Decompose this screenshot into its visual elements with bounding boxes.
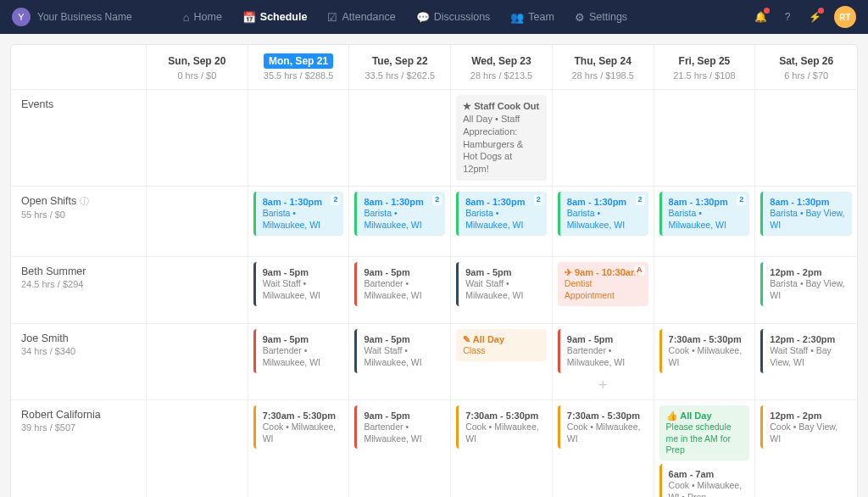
schedule-cell[interactable] — [147, 257, 248, 323]
nav-settings[interactable]: ⚙Settings — [566, 6, 636, 29]
nav-schedule[interactable]: 📅Schedule — [234, 6, 316, 29]
schedule-cell[interactable] — [147, 400, 248, 497]
open-shift[interactable]: 28am - 1:30pmBarista • Milwaukee, WI — [558, 192, 648, 236]
open-shift-cell[interactable]: 28am - 1:30pmBarista • Milwaukee, WI — [349, 187, 451, 256]
open-shift-cell[interactable]: 28am - 1:30pmBarista • Milwaukee, WI — [248, 187, 350, 256]
open-shift-cell[interactable]: 28am - 1:30pmBarista • Milwaukee, WI — [654, 187, 756, 256]
events-cell[interactable] — [248, 90, 350, 186]
day-meta: 21.5 hrs / $108 — [658, 70, 752, 81]
user-avatar[interactable]: RT — [834, 6, 856, 28]
shift-card[interactable]: 7:30am - 5:30pmCook • Milwaukee, WI — [659, 329, 750, 373]
events-row-header: Events — [11, 90, 147, 186]
shift-card[interactable]: A✈ 9am - 10:30amDentist Appointment — [558, 262, 648, 306]
person-row: Joe Smith34 hrs / $3409am - 5pmBartender… — [11, 324, 857, 400]
day-header-cell[interactable]: Tue, Sep 2233.5 hrs / $262.5 — [349, 45, 451, 89]
schedule-cell[interactable]: 9am - 5pmBartender • Milwaukee, WI+ — [553, 324, 654, 399]
shift-role: Dentist Appointment — [565, 278, 643, 301]
day-header-cell[interactable]: Sun, Sep 200 hrs / $0 — [147, 45, 248, 89]
schedule-cell[interactable]: 7:30am - 5:30pmCook • Milwaukee, WI — [654, 324, 756, 399]
day-meta: 35.5 hrs / $288.5 — [252, 70, 346, 81]
person-header[interactable]: Robert California39 hrs / $507 — [11, 400, 147, 497]
events-cell[interactable] — [755, 90, 857, 186]
person-name: Beth Summer — [21, 265, 136, 277]
shift-card[interactable]: 12pm - 2pmCook • Bay View, WI — [760, 405, 852, 450]
schedule-cell[interactable]: 7:30am - 5:30pmCook • Milwaukee, WI — [451, 400, 553, 497]
events-cell[interactable] — [147, 90, 248, 186]
day-header-cell[interactable]: Mon, Sep 2135.5 hrs / $288.5 — [248, 45, 350, 89]
day-meta: 6 hrs / $70 — [759, 70, 854, 81]
events-cell[interactable] — [654, 90, 756, 186]
schedule-cell[interactable]: 9am - 5pmBartender • Milwaukee, WI — [248, 324, 350, 399]
event-card[interactable]: ★ Staff Cook Out All Day • Staff Appreci… — [456, 95, 547, 181]
schedule-cell[interactable]: ✎ All DayClass — [451, 324, 553, 399]
shift-card[interactable]: 12pm - 2:30pmWait Staff • Bay View, WI — [760, 329, 852, 373]
open-shift[interactable]: 28am - 1:30pmBarista • Milwaukee, WI — [354, 192, 445, 236]
bolt-icon[interactable]: ⚡ — [804, 6, 826, 28]
nav-label: Settings — [589, 11, 627, 23]
shift-card[interactable]: 9am - 5pmBartender • Milwaukee, WI — [253, 329, 344, 373]
shift-card[interactable]: 9am - 5pmWait Staff • Milwaukee, WI — [354, 329, 445, 373]
events-cell[interactable]: ★ Staff Cook Out All Day • Staff Appreci… — [451, 90, 553, 186]
business-selector[interactable]: Y Your Business Name — [12, 8, 132, 26]
schedule-cell[interactable]: 9am - 5pmWait Staff • Milwaukee, WI — [349, 324, 451, 399]
events-cell[interactable] — [349, 90, 451, 186]
schedule-cell[interactable]: 9am - 5pmBartender • Milwaukee, WI — [349, 257, 451, 323]
shift-role: Bartender • Milwaukee, WI — [567, 345, 643, 368]
open-shift[interactable]: 8am - 1:30pmBarista • Bay View, WI — [760, 192, 852, 236]
day-header-cell[interactable]: Sat, Sep 266 hrs / $70 — [755, 45, 857, 89]
bell-icon[interactable]: 🔔 — [749, 6, 771, 28]
shift-time: 7:30am - 5:30pm — [263, 410, 339, 422]
help-icon[interactable]: ? — [776, 6, 798, 28]
schedule-cell[interactable]: 7:30am - 5:30pmCook • Milwaukee, WI — [553, 400, 654, 497]
day-header-cell[interactable]: Fri, Sep 2521.5 hrs / $108 — [654, 45, 756, 89]
person-header[interactable]: Joe Smith34 hrs / $340 — [11, 324, 147, 399]
open-shift[interactable]: 28am - 1:30pmBarista • Milwaukee, WI — [659, 192, 750, 236]
open-shift[interactable]: 28am - 1:30pmBarista • Milwaukee, WI — [456, 192, 547, 236]
shift-card[interactable]: 7:30am - 5:30pmCook • Milwaukee, WI — [558, 405, 648, 450]
day-meta: 28 hrs / $213.5 — [454, 70, 548, 81]
day-header-cell[interactable]: Thu, Sep 2428 hrs / $198.5 — [553, 45, 654, 89]
shift-card[interactable]: 12pm - 2pmBarista • Bay View, WI — [760, 262, 852, 306]
schedule-cell[interactable] — [147, 324, 248, 399]
open-shift-cell[interactable]: 8am - 1:30pmBarista • Bay View, WI — [755, 187, 857, 256]
business-avatar: Y — [12, 8, 31, 26]
add-shift-button[interactable]: + — [558, 377, 648, 394]
preference-card[interactable]: 👍 All DayPlease schedule me in the AM fo… — [659, 405, 750, 461]
shift-card[interactable]: ✎ All DayClass — [456, 329, 547, 361]
schedule-cell[interactable]: 👍 All DayPlease schedule me in the AM fo… — [654, 400, 756, 497]
schedule-cell[interactable] — [654, 257, 756, 323]
nav-discussions[interactable]: 💬Discussions — [408, 6, 499, 29]
nav-icon: ⚙ — [575, 11, 585, 24]
schedule-cell[interactable]: 12pm - 2pmCook • Bay View, WI — [755, 400, 857, 497]
schedule-cell[interactable]: 12pm - 2pmBarista • Bay View, WI — [755, 257, 857, 323]
day-header-cell[interactable]: Wed, Sep 2328 hrs / $213.5 — [451, 45, 553, 89]
shift-card[interactable]: 9am - 5pmBartender • Milwaukee, WI — [354, 405, 445, 450]
person-header[interactable]: Beth Summer24.5 hrs / $294 — [11, 257, 147, 323]
nav-team[interactable]: 👥Team — [502, 6, 563, 29]
shift-role: Class — [463, 345, 542, 357]
events-cell[interactable] — [553, 90, 654, 186]
shift-time: 8am - 1:30pm — [567, 196, 643, 208]
info-icon[interactable]: ⓘ — [80, 196, 89, 206]
topbar: Y Your Business Name ⌂Home📅Schedule☑Atte… — [0, 0, 868, 34]
schedule-cell[interactable]: 9am - 5pmWait Staff • Milwaukee, WI — [248, 257, 350, 323]
schedule-cell[interactable]: A✈ 9am - 10:30amDentist Appointment — [553, 257, 654, 323]
shift-card[interactable]: 9am - 5pmWait Staff • Milwaukee, WI — [456, 262, 547, 306]
open-shift-cell[interactable]: 28am - 1:30pmBarista • Milwaukee, WI — [451, 187, 553, 256]
schedule-cell[interactable]: 12pm - 2:30pmWait Staff • Bay View, WI — [755, 324, 857, 399]
nav-home[interactable]: ⌂Home — [175, 6, 231, 29]
shift-card[interactable]: 9am - 5pmBartender • Milwaukee, WI — [354, 262, 445, 306]
shift-card[interactable]: 9am - 5pmBartender • Milwaukee, WI — [558, 329, 648, 373]
nav-attendance[interactable]: ☑Attendance — [319, 6, 403, 29]
open-shift-cell[interactable] — [147, 187, 248, 256]
schedule-cell[interactable]: 9am - 5pmWait Staff • Milwaukee, WI — [451, 257, 553, 323]
main-nav: ⌂Home📅Schedule☑Attendance💬Discussions👥Te… — [175, 6, 636, 29]
open-shift-cell[interactable]: 28am - 1:30pmBarista • Milwaukee, WI — [553, 187, 654, 256]
open-shift[interactable]: 28am - 1:30pmBarista • Milwaukee, WI — [253, 192, 344, 236]
shift-card[interactable]: 7:30am - 5:30pmCook • Milwaukee, WI — [253, 405, 344, 450]
shift-card[interactable]: 7:30am - 5:30pmCook • Milwaukee, WI — [456, 405, 547, 450]
shift-card[interactable]: 6am - 7amCook • Milwaukee, WI • Prep — [659, 464, 750, 497]
shift-card[interactable]: 9am - 5pmWait Staff • Milwaukee, WI — [253, 262, 344, 306]
schedule-cell[interactable]: 7:30am - 5:30pmCook • Milwaukee, WI — [248, 400, 350, 497]
schedule-cell[interactable]: 9am - 5pmBartender • Milwaukee, WI — [349, 400, 451, 497]
